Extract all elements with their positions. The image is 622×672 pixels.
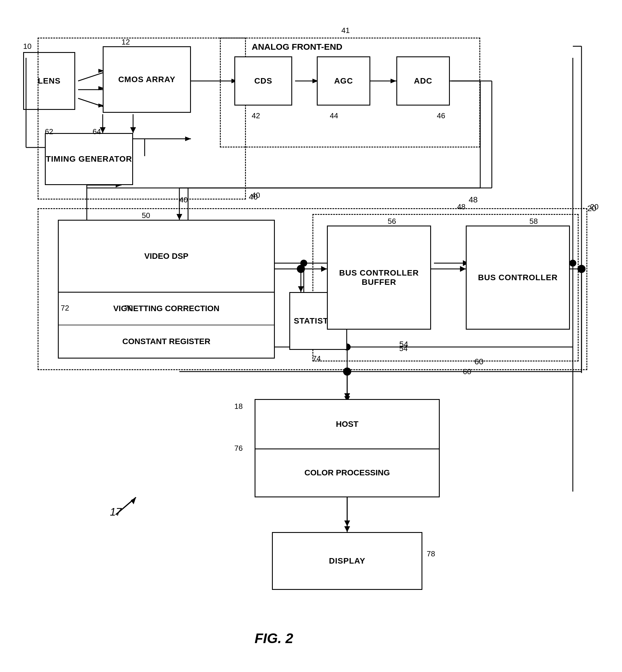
adc-block: ADC bbox=[396, 57, 450, 106]
ref-12: 12 bbox=[122, 38, 130, 46]
video-dsp-block: VIDEO DSP VIGNETTING CORRECTION CONSTANT… bbox=[58, 220, 275, 359]
ref-44: 44 bbox=[330, 111, 338, 120]
ref-17-arrow bbox=[110, 492, 145, 521]
svg-marker-69 bbox=[344, 393, 350, 399]
ref-40: 40 bbox=[252, 191, 260, 200]
svg-marker-41 bbox=[131, 497, 136, 504]
display-block: DISPLAY bbox=[272, 532, 422, 590]
constant-register-section: CONSTANT REGISTER bbox=[59, 325, 274, 358]
agc-label: AGC bbox=[334, 76, 353, 85]
ref-41: 41 bbox=[341, 26, 350, 35]
ref-72: 72 bbox=[61, 304, 69, 312]
cds-label: CDS bbox=[254, 76, 272, 85]
ref-62: 62 bbox=[45, 127, 53, 136]
diagram: LENS 10 CMOS ARRAY 12 TIMING GENERATOR 6… bbox=[0, 0, 622, 672]
ref-70: 70 bbox=[125, 304, 133, 312]
bus-controller-buffer-block: BUS CONTROLLER BUFFER bbox=[327, 226, 431, 330]
agc-block: AGC bbox=[317, 57, 370, 106]
video-dsp-bottom: VIGNETTING CORRECTION CONSTANT REGISTER bbox=[59, 293, 274, 358]
cmos-array-label: CMOS ARRAY bbox=[118, 75, 176, 84]
bus-controller-block: BUS CONTROLLER bbox=[466, 226, 570, 330]
svg-text:48: 48 bbox=[469, 195, 478, 204]
cds-block: CDS bbox=[234, 57, 292, 106]
fig-label: FIG. 2 bbox=[254, 630, 293, 646]
ref-48: 48 bbox=[457, 202, 465, 211]
ref-58: 58 bbox=[529, 217, 538, 226]
ref-76: 76 bbox=[234, 444, 243, 453]
color-processing-section: COLOR PROCESSING bbox=[255, 449, 439, 497]
analog-frontend-label: ANALOG FRONT-END bbox=[252, 42, 342, 52]
host-color-block: HOST COLOR PROCESSING bbox=[254, 399, 440, 497]
ref-74: 74 bbox=[312, 354, 321, 363]
ref-10: 10 bbox=[23, 42, 32, 51]
ref-42: 42 bbox=[252, 111, 260, 120]
host-section: HOST bbox=[255, 400, 439, 449]
svg-marker-35 bbox=[344, 521, 350, 526]
vignetting-section: VIGNETTING CORRECTION bbox=[59, 293, 274, 326]
ref-18: 18 bbox=[234, 402, 243, 411]
ref-64: 64 bbox=[93, 127, 101, 136]
svg-marker-71 bbox=[344, 526, 350, 532]
ref-46: 46 bbox=[437, 111, 445, 120]
ref-60: 60 bbox=[463, 367, 471, 376]
ref-56: 56 bbox=[388, 217, 396, 226]
timing-gen-label: TIMING GENERATOR bbox=[46, 154, 132, 164]
ref-50: 50 bbox=[142, 211, 150, 220]
ref-20: 20 bbox=[590, 202, 598, 211]
ref-54: 54 bbox=[399, 344, 408, 353]
adc-label: ADC bbox=[414, 76, 433, 85]
timing-gen-block: TIMING GENERATOR bbox=[45, 133, 133, 185]
cmos-array-block: CMOS ARRAY bbox=[103, 46, 191, 113]
display-label: DISPLAY bbox=[329, 556, 366, 566]
ref-78: 78 bbox=[427, 549, 435, 558]
video-dsp-title: VIDEO DSP bbox=[59, 221, 274, 293]
bus-controller-label: BUS CONTROLLER bbox=[478, 273, 557, 282]
bus-controller-buffer-label: BUS CONTROLLER BUFFER bbox=[328, 268, 430, 287]
